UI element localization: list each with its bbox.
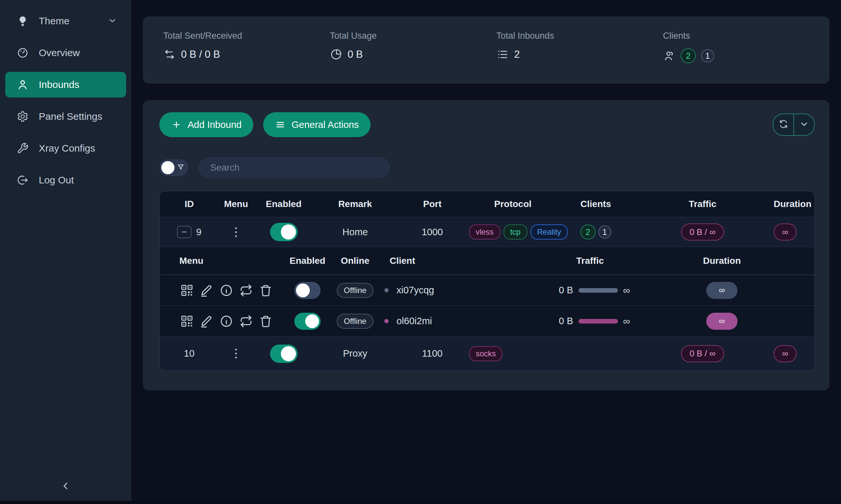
sidebar-item-inbounds[interactable]: Inbounds: [5, 72, 126, 97]
row-menu-button[interactable]: [233, 346, 240, 361]
inbound-enabled-toggle[interactable]: [270, 223, 298, 241]
client-enabled-toggle[interactable]: [294, 282, 321, 299]
client-row: Offline xi07ycqg 0 B ∞ ∞: [160, 275, 814, 305]
table-header-row: ID Menu Enabled Remark Port Protocol Cli…: [160, 191, 814, 217]
sidebar-item-panel-settings[interactable]: Panel Settings: [5, 106, 126, 127]
sidebar-menu: Theme Overview Inbounds Panel Settings: [0, 0, 132, 190]
traffic-progress-bar: [579, 288, 618, 293]
hamburger-icon: [275, 120, 286, 130]
sidebar-item-logout[interactable]: Log Out: [5, 170, 126, 190]
transfer-icon: [163, 48, 176, 61]
col-header: Enabled: [285, 256, 330, 266]
chevron-down-icon: [108, 16, 118, 26]
traffic-progress-bar: [579, 319, 618, 324]
sidebar-collapse-button[interactable]: [0, 478, 132, 496]
add-inbound-label: Add Inbound: [188, 120, 241, 130]
stat-clients: Clients 2 1: [663, 31, 829, 84]
refresh-button[interactable]: [773, 114, 794, 135]
reset-traffic-icon[interactable]: [239, 314, 254, 329]
stat-label: Clients: [663, 31, 829, 41]
search-input[interactable]: [199, 158, 390, 178]
col-header: Menu: [219, 199, 253, 209]
client-enabled-toggle[interactable]: [294, 313, 321, 330]
clients-online-badge: 2: [581, 224, 596, 239]
gear-icon: [16, 110, 29, 123]
filter-toggle[interactable]: [159, 159, 188, 176]
clients-online-badge: 2: [681, 48, 696, 63]
wrench-icon: [16, 142, 29, 155]
stat-sent-received: Total Sent/Received 0 B / 0 B: [163, 31, 330, 84]
stat-value: 0 B / 0 B: [181, 49, 220, 60]
inbound-id: 10: [160, 348, 219, 359]
client-color-dot: [384, 319, 389, 323]
refresh-split-button: [773, 113, 815, 136]
refresh-dropdown-button[interactable]: [794, 114, 814, 135]
qrcode-icon[interactable]: [179, 283, 194, 298]
edit-icon[interactable]: [199, 314, 214, 329]
client-row: Offline ol60i2mi 0 B ∞ ∞: [160, 305, 814, 336]
col-header: Traffic: [504, 256, 675, 266]
chevron-left-icon: [60, 480, 71, 493]
delete-icon[interactable]: [258, 283, 273, 298]
reset-traffic-icon[interactable]: [239, 283, 254, 298]
lightbulb-icon: [16, 15, 29, 27]
clients-deactive-badge: 1: [598, 226, 611, 238]
add-inbound-button[interactable]: Add Inbound: [159, 112, 253, 137]
clients-icon: [663, 50, 675, 62]
filter-row: [159, 157, 815, 179]
inbounds-panel: Add Inbound General Actions: [143, 100, 829, 391]
client-name: ol60i2mi: [396, 316, 432, 326]
inbound-port: 1100: [396, 348, 468, 359]
infinity-icon: ∞: [623, 285, 630, 296]
client-traffic-used: 0 B: [559, 316, 573, 326]
col-header: Online: [330, 256, 380, 266]
gauge-icon: [16, 47, 29, 59]
row-menu-button[interactable]: [233, 225, 240, 239]
clients-deactive-badge: 1: [701, 49, 714, 62]
stat-value: 0 B: [347, 49, 363, 60]
online-status-badge: Offline: [337, 283, 374, 298]
protocol-tag: tcp: [504, 224, 527, 239]
traffic-pill: 0 B / ∞: [681, 223, 724, 240]
col-header: Clients: [557, 199, 634, 209]
sidebar-item-label: Theme: [39, 15, 69, 26]
horizontal-scrollbar[interactable]: [0, 501, 841, 504]
client-duration-pill: ∞: [706, 282, 738, 299]
list-icon: [496, 48, 509, 61]
info-icon[interactable]: [219, 314, 234, 329]
stat-total-inbounds: Total Inbounds 2: [496, 31, 663, 84]
toggle-knob: [161, 161, 174, 174]
infinity-icon: ∞: [623, 316, 630, 327]
edit-icon[interactable]: [199, 283, 214, 298]
inbound-remark: Home: [314, 227, 396, 237]
col-header: Menu: [179, 256, 285, 266]
subtable-header-row: Menu Enabled Online Client Traffic Durat…: [160, 247, 814, 275]
col-header: Remark: [314, 199, 396, 209]
pie-chart-icon: [330, 48, 342, 61]
delete-icon[interactable]: [258, 314, 273, 329]
inbound-enabled-toggle[interactable]: [270, 344, 298, 363]
inbound-remark: Proxy: [314, 348, 396, 359]
funnel-icon: [176, 163, 185, 172]
general-actions-button[interactable]: General Actions: [263, 112, 371, 137]
sidebar-item-theme[interactable]: Theme: [5, 11, 126, 31]
col-header: ID: [160, 199, 219, 209]
col-header: Enabled: [253, 199, 314, 209]
info-icon[interactable]: [219, 283, 234, 298]
online-status-badge: Offline: [337, 314, 374, 329]
sidebar-item-overview[interactable]: Overview: [5, 43, 126, 63]
col-header: Duration: [675, 256, 768, 266]
col-header: Port: [396, 199, 468, 209]
expanded-clients-section: Menu Enabled Online Client Traffic Durat…: [160, 247, 814, 336]
qrcode-icon[interactable]: [179, 314, 194, 329]
collapse-row-button[interactable]: [177, 226, 191, 238]
duration-pill: ∞: [774, 345, 797, 362]
stat-label: Total Usage: [330, 31, 496, 41]
col-header: Duration: [771, 199, 814, 209]
client-color-dot: [384, 288, 389, 292]
client-name: xi07ycqg: [396, 285, 434, 295]
sidebar-item-xray-configs[interactable]: Xray Configs: [5, 138, 126, 159]
protocol-tag: socks: [469, 346, 502, 361]
traffic-pill: 0 B / ∞: [681, 345, 724, 362]
table-row: 10 Proxy 1100 socks 0 B / ∞ ∞: [160, 336, 814, 371]
